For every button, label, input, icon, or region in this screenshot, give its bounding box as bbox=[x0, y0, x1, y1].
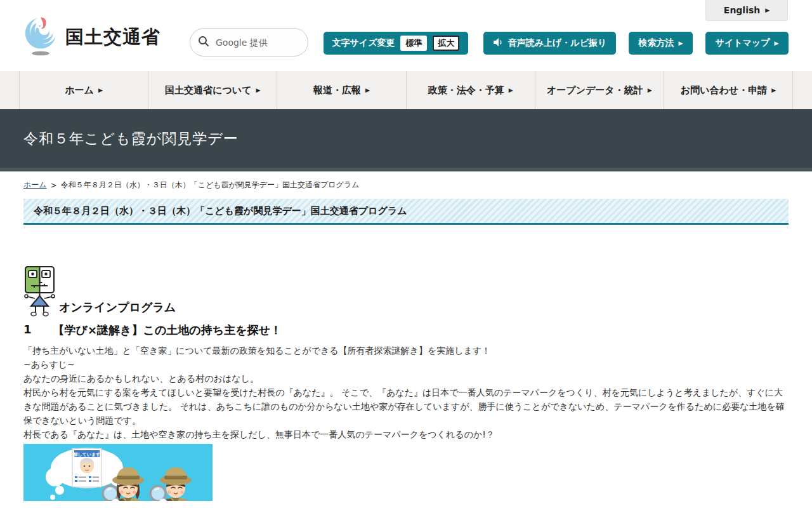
sitemap-button[interactable]: サイトマップ ▶ bbox=[705, 32, 789, 55]
robot-character-icon bbox=[23, 265, 59, 320]
description-paragraph: 村長である『あなた』は、土地や空き家の持ち主を探しだし、無事日本で一番人気のテー… bbox=[23, 427, 789, 441]
nav-item-label: お問い合わせ・申請 bbox=[681, 84, 767, 97]
nav-item-label: 政策・法令・予算 bbox=[428, 84, 504, 97]
explorers-illustration-image: 探しています bbox=[23, 444, 213, 501]
english-button-label: English bbox=[724, 5, 760, 15]
nav-item-policy[interactable]: 政策・法令・予算 ▶ bbox=[406, 71, 535, 109]
search-input[interactable] bbox=[216, 37, 292, 48]
banner-title: 令和５年こども霞が関見学デー bbox=[23, 129, 239, 149]
site-header: English ▶ 国土交通省 bbox=[0, 0, 812, 71]
banner-bottom-strip bbox=[0, 168, 812, 171]
online-program-title: オンラインプログラム bbox=[59, 300, 176, 315]
global-nav: ホーム ▶ 国土交通省について ▶ 報道・広報 ▶ 政策・法令・予算 ▶ オープ… bbox=[0, 71, 812, 109]
nav-item-label: 報道・広報 bbox=[313, 84, 361, 97]
mlit-logo-icon bbox=[23, 15, 59, 60]
nav-item-contact[interactable]: お問い合わせ・申請 ▶ bbox=[664, 71, 793, 109]
font-standard-button[interactable]: 標準 bbox=[400, 36, 427, 51]
online-program-header: オンラインプログラム bbox=[23, 225, 789, 318]
english-button[interactable]: English ▶ bbox=[705, 0, 788, 21]
breadcrumb: ホーム > 令和５年８月２日（水）・３日（木）「こども霞が関見学デー」国土交通省… bbox=[23, 180, 359, 190]
site-logo[interactable]: 国土交通省 bbox=[23, 15, 160, 60]
search-method-label: 検索方法 bbox=[639, 37, 674, 49]
nav-item-label: ホーム bbox=[65, 84, 94, 97]
program-item-heading: 1 【学び×謎解き】この土地の持ち主を探せ！ bbox=[23, 323, 789, 338]
search-method-button[interactable]: 検索方法 ▶ bbox=[629, 32, 693, 55]
description-paragraph: 村民から村を元気にする案を考えてほしいと要望を受けた村長の『あなた』。 そこで、… bbox=[23, 385, 789, 427]
main-content: オンラインプログラム 1 【学び×謎解き】この土地の持ち主を探せ！ 「持ち主がい… bbox=[23, 225, 789, 501]
description-paragraph: ~あらすじ~ bbox=[23, 358, 789, 371]
search-icon bbox=[198, 36, 209, 50]
chevron-right-icon: ▶ bbox=[775, 41, 779, 46]
nav-item-press[interactable]: 報道・広報 ▶ bbox=[277, 71, 405, 109]
page-heading-box: 令和５年８月２日（水）・３日（木）「こども霞が関見学デー」国土交通省プログラム bbox=[23, 199, 789, 225]
page: English ▶ 国土交通省 bbox=[0, 0, 812, 508]
sitemap-label: サイトマップ bbox=[716, 37, 770, 49]
chevron-right-icon: ▶ bbox=[256, 88, 261, 93]
chevron-right-icon: ▶ bbox=[365, 88, 370, 93]
chevron-right-icon: ▶ bbox=[98, 88, 103, 93]
search-box[interactable] bbox=[190, 28, 308, 57]
program-item-title: 【学び×謎解き】この土地の持ち主を探せ！ bbox=[53, 323, 282, 338]
description-paragraph: 「持ち主がいない土地」と「空き家」について最新の政策を知ることができる【所有者探… bbox=[23, 344, 789, 358]
nav-item-label: オープンデータ・統計 bbox=[547, 84, 643, 97]
font-large-button[interactable]: 拡大 bbox=[433, 36, 459, 51]
nav-item-label: 国土交通省について bbox=[165, 84, 251, 97]
svg-text:探しています: 探しています bbox=[73, 452, 101, 457]
nav-item-home[interactable]: ホーム ▶ bbox=[19, 71, 148, 109]
font-size-button[interactable]: 文字サイズ変更 標準 拡大 bbox=[324, 32, 468, 55]
program-item-number: 1 bbox=[23, 323, 32, 338]
speech-readout-label: 音声読み上げ・ルビ振り bbox=[508, 37, 607, 49]
logo-title: 国土交通省 bbox=[65, 25, 160, 50]
chevron-right-icon: ▶ bbox=[648, 88, 652, 93]
chevron-right-icon: ▶ bbox=[679, 41, 683, 46]
nav-item-about[interactable]: 国土交通省について ▶ bbox=[148, 71, 277, 109]
page-title: 令和５年８月２日（水）・３日（木）「こども霞が関見学デー」国土交通省プログラム bbox=[34, 205, 407, 217]
description-paragraph: あなたの身近にあるかもしれない、とある村のおはなし。 bbox=[23, 371, 789, 385]
breadcrumb-home-link[interactable]: ホーム bbox=[23, 180, 47, 190]
chevron-right-icon: ▶ bbox=[771, 88, 776, 93]
page-banner: 令和５年こども霞が関見学デー bbox=[0, 109, 812, 168]
speaker-icon bbox=[493, 37, 504, 49]
speech-readout-button[interactable]: 音声読み上げ・ルビ振り bbox=[483, 32, 616, 55]
font-size-label: 文字サイズ変更 bbox=[332, 37, 395, 49]
chevron-right-icon: ▶ bbox=[765, 8, 769, 13]
nav-item-opendata[interactable]: オープンデータ・統計 ▶ bbox=[535, 71, 664, 109]
breadcrumb-current: 令和５年８月２日（水）・３日（木）「こども霞が関見学デー」国土交通省プログラム bbox=[61, 180, 360, 190]
breadcrumb-separator: > bbox=[51, 181, 57, 190]
chevron-right-icon: ▶ bbox=[509, 88, 513, 93]
program-description: 「持ち主がいない土地」と「空き家」について最新の政策を知ることができる【所有者探… bbox=[23, 344, 789, 441]
